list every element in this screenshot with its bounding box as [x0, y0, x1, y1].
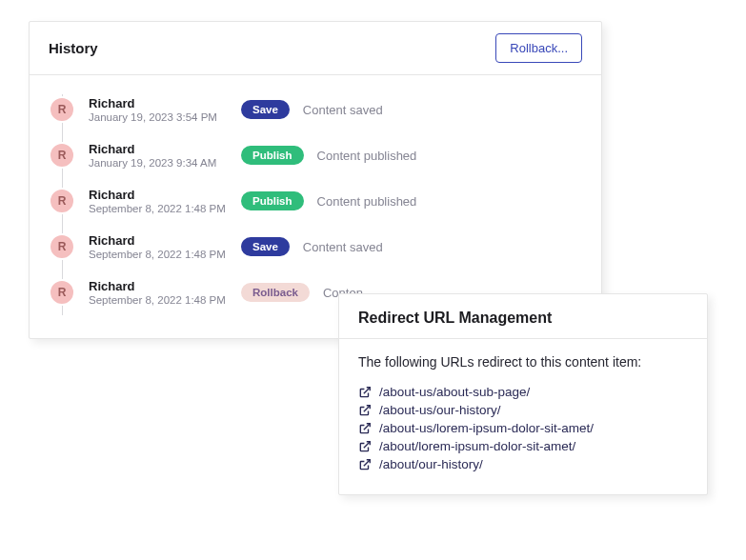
entry-meta: Richard September 8, 2022 1:48 PM: [89, 233, 241, 260]
external-link-icon: [358, 404, 372, 417]
external-link-icon: [358, 386, 372, 399]
entry-timestamp: September 8, 2022 1:48 PM: [89, 203, 241, 214]
history-title: History: [49, 40, 98, 56]
entry-timestamp: January 19, 2023 3:54 PM: [89, 111, 241, 123]
entry-author: Richard: [89, 96, 241, 110]
avatar: R: [49, 142, 75, 169]
history-entry[interactable]: R Richard September 8, 2022 1:48 PM Save…: [49, 224, 582, 270]
redirect-link[interactable]: /about/lorem-ipsum-dolor-sit-amet/: [358, 437, 688, 455]
entry-author: Richard: [89, 279, 241, 293]
entry-meta: Richard January 19, 2023 9:34 AM: [89, 142, 241, 169]
redirect-body: The following URLs redirect to this cont…: [339, 339, 707, 494]
external-link-icon: [358, 458, 372, 471]
redirect-link[interactable]: /about-us/our-history/: [358, 401, 688, 419]
redirect-list: /about-us/about-sub-page/ /about-us/our-…: [358, 383, 688, 473]
history-entry[interactable]: R Richard September 8, 2022 1:48 PM Publ…: [49, 178, 582, 224]
redirect-intro: The following URLs redirect to this cont…: [358, 354, 688, 370]
entry-message: Content saved: [303, 240, 383, 254]
history-panel: History Rollback... R Richard January 19…: [29, 21, 602, 339]
history-entry[interactable]: R Richard January 19, 2023 3:54 PM Save …: [49, 87, 582, 132]
entry-author: Richard: [89, 233, 241, 248]
avatar: R: [49, 233, 75, 260]
status-badge-publish: Publish: [241, 191, 304, 210]
status-badge-save: Save: [241, 100, 290, 119]
redirect-url-text: /about-us/about-sub-page/: [379, 385, 530, 399]
entry-meta: Richard September 8, 2022 1:48 PM: [89, 279, 241, 306]
entry-message: Content published: [317, 194, 417, 209]
entry-message: Content published: [317, 149, 417, 163]
status-badge-rollback: Rollback: [241, 283, 310, 302]
entry-meta: Richard September 8, 2022 1:48 PM: [89, 188, 241, 214]
external-link-icon: [358, 440, 372, 453]
entry-meta: Richard January 19, 2023 3:54 PM: [89, 96, 241, 123]
history-entry[interactable]: R Richard January 19, 2023 9:34 AM Publi…: [49, 132, 582, 178]
avatar: R: [49, 96, 75, 123]
redirect-header: Redirect URL Management: [339, 294, 707, 339]
external-link-icon: [358, 422, 372, 435]
redirect-url-text: /about/lorem-ipsum-dolor-sit-amet/: [379, 439, 575, 453]
redirect-link[interactable]: /about-us/lorem-ipsum-dolor-sit-amet/: [358, 419, 688, 437]
redirect-url-text: /about-us/lorem-ipsum-dolor-sit-amet/: [379, 421, 594, 435]
entry-message: Content saved: [303, 103, 383, 117]
redirect-url-text: /about/our-history/: [379, 457, 483, 471]
redirect-link[interactable]: /about/our-history/: [358, 455, 688, 473]
avatar: R: [49, 279, 75, 306]
entry-timestamp: September 8, 2022 1:48 PM: [89, 294, 241, 306]
history-timeline: R Richard January 19, 2023 3:54 PM Save …: [30, 75, 601, 315]
status-badge-publish: Publish: [241, 146, 304, 165]
redirect-panel: Redirect URL Management The following UR…: [338, 293, 708, 495]
status-badge-save: Save: [241, 237, 290, 256]
redirect-title: Redirect URL Management: [358, 310, 688, 327]
rollback-button[interactable]: Rollback...: [495, 33, 582, 63]
entry-timestamp: September 8, 2022 1:48 PM: [89, 249, 241, 260]
avatar: R: [49, 188, 75, 214]
entry-timestamp: January 19, 2023 9:34 AM: [89, 157, 241, 169]
entry-author: Richard: [89, 142, 241, 156]
redirect-link[interactable]: /about-us/about-sub-page/: [358, 383, 688, 401]
redirect-url-text: /about-us/our-history/: [379, 403, 501, 417]
entry-author: Richard: [89, 188, 241, 202]
history-header: History Rollback...: [30, 22, 601, 75]
